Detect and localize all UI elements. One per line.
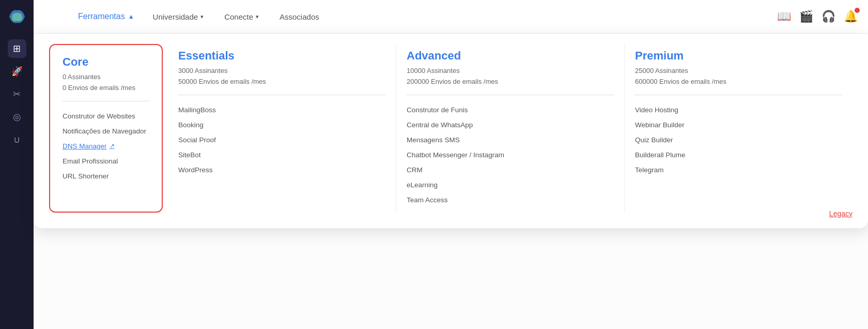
sidebar: ⊞ 🚀 ✂ ◎ ∪ — [0, 0, 34, 329]
chevron-up-icon: ▲ — [128, 13, 134, 20]
ferramentas-label: Ferramentas — [78, 12, 125, 21]
feature-quiz-builder[interactable]: Quiz Builder — [635, 132, 842, 147]
feature-video-hosting[interactable]: Video Hosting — [635, 102, 842, 117]
nav-right: 📖 🎬 🎧 🔔 — [777, 10, 858, 23]
nav-book-icon[interactable]: 📖 — [777, 10, 791, 23]
col-advanced: Advanced 10000 Assinantes200000 Envios d… — [396, 44, 625, 213]
feature-telegram[interactable]: Telegram — [635, 162, 842, 177]
feature-chatbot[interactable]: Chatbot Messenger / Instagram — [407, 147, 614, 162]
feature-email-profissional[interactable]: Email Profissional — [63, 154, 149, 169]
feature-whatsapp[interactable]: Central de WhatsApp — [407, 117, 614, 132]
feature-notificacoes[interactable]: Notificações de Navegador — [63, 124, 149, 139]
nav-headset-icon[interactable]: 🎧 — [822, 10, 835, 23]
premium-divider — [635, 95, 842, 95]
col-essentials: Essentials 3000 Assinantes50000 Envios d… — [168, 44, 396, 213]
core-subscribers: 0 Assinantes0 Envios de emails /mes — [63, 72, 149, 94]
essentials-subscribers: 3000 Assinantes50000 Envios de emails /m… — [178, 66, 385, 87]
nav-conecte-label: Conecte — [224, 12, 253, 21]
external-link-icon: ↗ — [110, 142, 115, 149]
nav-conecte[interactable]: Conecte ▾ — [214, 12, 269, 21]
chevron-down-icon-con: ▾ — [256, 13, 259, 20]
sidebar-item-users[interactable]: ◎ — [8, 108, 26, 126]
feature-sitebot[interactable]: SiteBot — [178, 147, 385, 162]
chevron-down-icon-univ: ▾ — [200, 13, 204, 20]
sidebar-item-launch[interactable]: 🚀 — [8, 62, 26, 81]
sidebar-item-tools[interactable]: ✂ — [8, 85, 26, 103]
topnav: Ferramentas ▲ Universidade ▾ Conecte ▾ A… — [34, 0, 868, 34]
nav-bell-icon[interactable]: 🔔 — [844, 10, 858, 23]
advanced-title: Advanced — [407, 49, 614, 63]
core-divider — [63, 101, 149, 101]
feature-crm[interactable]: CRM — [407, 162, 614, 177]
dropdown-overlay: Core 0 Assinantes0 Envios de emails /mes… — [34, 34, 868, 228]
premium-title: Premium — [635, 49, 842, 63]
feature-builderall-plume[interactable]: Builderall Plume — [635, 147, 842, 162]
feature-url-shortener[interactable]: URL Shortener — [63, 169, 149, 184]
feature-booking[interactable]: Booking — [178, 117, 385, 132]
nav-associados-label: Associados — [280, 12, 319, 21]
essentials-title: Essentials — [178, 49, 385, 63]
feature-webinar-builder[interactable]: Webinar Builder — [635, 117, 842, 132]
sidebar-item-leads[interactable]: ∪ — [8, 130, 26, 149]
nav-universidade[interactable]: Universidade ▾ — [143, 12, 214, 21]
feature-construtor-funis[interactable]: Construtor de Funis — [407, 102, 614, 117]
feature-construtor-websites[interactable]: Construtor de Websites — [63, 109, 149, 124]
nav-universidade-label: Universidade — [153, 12, 198, 21]
essentials-divider — [178, 95, 385, 95]
feature-elearning[interactable]: eLearning — [407, 177, 614, 192]
feature-social-proof[interactable]: Social Proof — [178, 132, 385, 147]
app-logo[interactable] — [7, 6, 27, 27]
col-core: Core 0 Assinantes0 Envios de emails /mes… — [49, 44, 163, 213]
nav-video-icon[interactable]: 🎬 — [799, 10, 813, 23]
legacy-link[interactable]: Legacy — [829, 210, 853, 218]
feature-team-access[interactable]: Team Access — [407, 192, 614, 207]
feature-mailingboss[interactable]: MailingBoss — [178, 102, 385, 117]
advanced-divider — [407, 95, 614, 95]
premium-subscribers: 25000 Assinantes600000 Envios de emails … — [635, 66, 842, 87]
nav-ferramentas[interactable]: Ferramentas ▲ — [70, 12, 143, 21]
feature-mensagens-sms[interactable]: Mensagens SMS — [407, 132, 614, 147]
feature-dns-manager[interactable]: DNS Manager ↗ — [63, 139, 149, 154]
sidebar-item-dashboard[interactable]: ⊞ — [8, 39, 26, 58]
advanced-subscribers: 10000 Assinantes200000 Envios de emails … — [407, 66, 614, 87]
col-premium: Premium 25000 Assinantes600000 Envios de… — [625, 44, 853, 213]
nav-associados[interactable]: Associados — [269, 12, 330, 21]
feature-wordpress[interactable]: WordPress — [178, 162, 385, 177]
notification-badge — [855, 8, 860, 13]
core-title: Core — [63, 55, 149, 69]
